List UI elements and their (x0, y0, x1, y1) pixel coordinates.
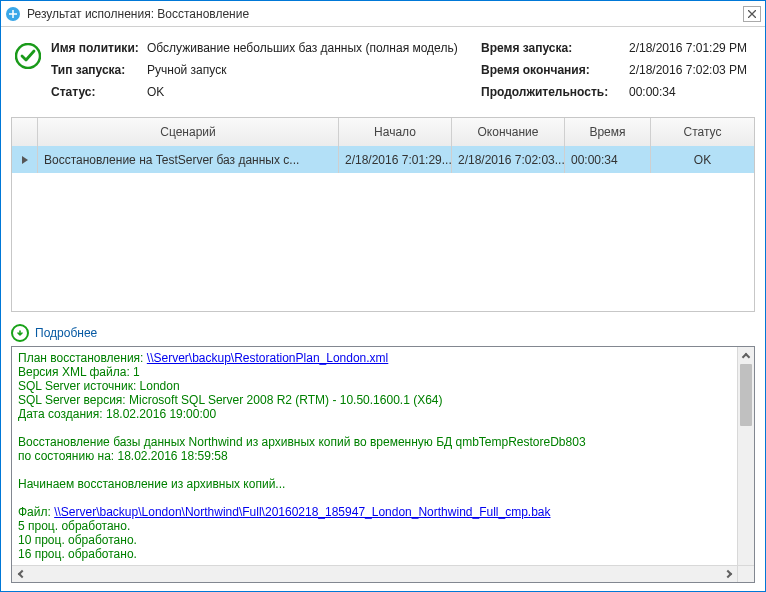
row-selector-icon (12, 146, 38, 173)
summary-panel: Имя политики:Обслуживание небольших баз … (1, 27, 765, 117)
title-bar: Результат исполнения: Восстановление (1, 1, 765, 27)
end-time-label: Время окончания: (481, 63, 629, 77)
scroll-thumb[interactable] (740, 364, 752, 426)
cell-time: 00:00:34 (565, 146, 651, 173)
details-panel: План восстановления: \\Server\backup\Res… (11, 346, 755, 583)
log-line: Начинаем восстановление из архивных копи… (18, 477, 748, 491)
collapse-icon (11, 324, 29, 342)
details-log[interactable]: План восстановления: \\Server\backup\Res… (12, 347, 754, 582)
launch-type-label: Тип запуска: (51, 63, 147, 77)
column-status[interactable]: Статус (651, 118, 754, 146)
log-line: 5 проц. обработано. (18, 519, 748, 533)
start-time-value: 2/18/2016 7:01:29 PM (629, 41, 747, 55)
log-line: по состоянию на: 18.02.2016 18:59:58 (18, 449, 748, 463)
log-line: Версия XML файла: 1 (18, 365, 748, 379)
column-start[interactable]: Начало (339, 118, 452, 146)
log-line: SQL Server версия: Microsoft SQL Server … (18, 393, 748, 407)
column-end[interactable]: Окончание (452, 118, 565, 146)
grid-header: Сценарий Начало Окончание Время Статус (12, 118, 754, 146)
log-line: 10 проц. обработано. (18, 533, 748, 547)
details-toggle[interactable]: Подробнее (11, 324, 755, 342)
end-time-value: 2/18/2016 7:02:03 PM (629, 63, 747, 77)
scroll-up-button[interactable] (738, 347, 754, 364)
cell-end: 2/18/2016 7:02:03... (452, 146, 565, 173)
log-line: Дата создания: 18.02.2016 19:00:00 (18, 407, 748, 421)
cell-status: OK (651, 146, 754, 173)
log-line: Файл: (18, 505, 54, 519)
duration-label: Продолжительность: (481, 85, 629, 99)
log-line: 16 проц. обработано. (18, 547, 748, 561)
close-button[interactable] (743, 6, 761, 22)
app-icon (5, 6, 21, 22)
duration-value: 00:00:34 (629, 85, 676, 99)
vertical-scrollbar[interactable] (737, 347, 754, 582)
success-icon (15, 43, 41, 69)
plan-link[interactable]: \\Server\backup\RestorationPlan_London.x… (147, 351, 388, 365)
scroll-right-button[interactable] (720, 566, 737, 582)
table-row[interactable]: Восстановление на TestServer баз данных … (12, 146, 754, 173)
status-value: OK (147, 85, 164, 99)
details-label: Подробнее (35, 326, 97, 340)
cell-scenario: Восстановление на TestServer баз данных … (38, 146, 339, 173)
policy-value: Обслуживание небольших баз данных (полна… (147, 41, 458, 55)
column-time[interactable]: Время (565, 118, 651, 146)
scroll-left-button[interactable] (12, 566, 29, 582)
window-title: Результат исполнения: Восстановление (27, 7, 743, 21)
scroll-corner (737, 565, 754, 582)
file-link[interactable]: \\Server\backup\London\Northwind\Full\20… (54, 505, 550, 519)
start-time-label: Время запуска: (481, 41, 629, 55)
horizontal-scrollbar[interactable] (12, 565, 737, 582)
status-label: Статус: (51, 85, 147, 99)
results-grid: Сценарий Начало Окончание Время Статус В… (11, 117, 755, 312)
log-line: Восстановление базы данных Northwind из … (18, 435, 748, 449)
log-line: SQL Server источник: London (18, 379, 748, 393)
column-scenario[interactable]: Сценарий (38, 118, 339, 146)
launch-type-value: Ручной запуск (147, 63, 226, 77)
log-line: План восстановления: (18, 351, 147, 365)
cell-start: 2/18/2016 7:01:29... (339, 146, 452, 173)
policy-label: Имя политики: (51, 41, 147, 55)
